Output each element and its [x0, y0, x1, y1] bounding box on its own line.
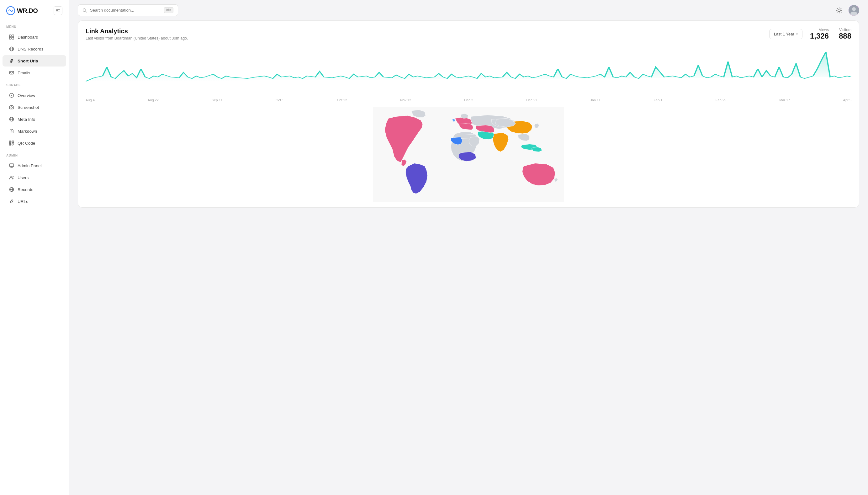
chart-label-0: Aug 4 — [86, 98, 95, 102]
stats-group: Views 1,326 Visitors 888 — [810, 28, 851, 40]
sidebar-item-dns-records[interactable]: DNS Records — [2, 43, 66, 55]
sidebar-item-markdown[interactable]: Markdown — [2, 125, 66, 137]
chart-label-10: Feb 25 — [716, 98, 726, 102]
chart-label-1: Aug 22 — [148, 98, 159, 102]
sidebar-item-qr-code[interactable]: QR Code — [2, 137, 66, 149]
svg-point-34 — [10, 176, 12, 177]
svg-rect-31 — [10, 164, 14, 167]
mail-icon — [9, 70, 14, 75]
avatar[interactable] — [849, 5, 859, 16]
world-map — [86, 107, 851, 202]
avatar-image — [849, 5, 859, 16]
sidebar-item-dashboard-label: Dashboard — [18, 35, 38, 39]
compass-icon — [9, 92, 14, 98]
sidebar-item-emails[interactable]: Emails — [2, 67, 66, 79]
world-map-container — [78, 107, 859, 207]
menu-section-label: MENU — [0, 25, 69, 31]
chart-label-9: Feb 1 — [654, 98, 662, 102]
monitor-icon — [9, 163, 14, 168]
camera-icon — [9, 104, 14, 110]
sidebar-item-short-urls-label: Short Urls — [18, 59, 38, 63]
svg-rect-30 — [13, 144, 14, 146]
svg-rect-4 — [10, 35, 11, 37]
topbar-actions — [834, 5, 859, 16]
svg-rect-11 — [10, 71, 14, 74]
logo-area: WR.DO — [0, 6, 69, 22]
topbar: ⌘K — [69, 0, 868, 20]
sidebar-item-emails-label: Emails — [18, 71, 31, 75]
analytics-card: Link Analytics Last visitor from Boardma… — [78, 20, 859, 208]
chevron-down-icon: ▾ — [796, 32, 798, 36]
sidebar-toggle-button[interactable] — [54, 6, 63, 15]
content-area: Link Analytics Last visitor from Boardma… — [69, 20, 868, 495]
sidebar-item-records-label: Records — [18, 187, 33, 192]
sidebar-item-meta-info-label: Meta Info — [18, 117, 35, 122]
visitors-stat: Visitors 888 — [839, 28, 851, 40]
chart-area: Aug 4 Aug 22 Sep 11 Oct 1 Oct 22 Nov 12 … — [78, 40, 859, 107]
time-selector-button[interactable]: Last 1 Year ▾ — [769, 29, 802, 39]
svg-line-47 — [841, 12, 841, 13]
sidebar: WR.DO MENU Dashboard DNS Records Short U… — [0, 0, 69, 495]
scrape-section-label: SCRAPE — [0, 83, 69, 89]
sidebar-item-admin-panel[interactable]: Admin Panel — [2, 160, 66, 171]
sidebar-item-admin-panel-label: Admin Panel — [18, 164, 42, 168]
qr-code-icon — [9, 140, 14, 146]
logo-text: WR.DO — [17, 7, 38, 14]
analytics-controls: Last 1 Year ▾ Views 1,326 Visitors 888 — [769, 28, 851, 40]
sidebar-item-short-urls[interactable]: Short Urls — [2, 55, 66, 67]
chart-label-12: Apr 5 — [843, 98, 851, 102]
sidebar-item-qr-code-label: QR Code — [18, 141, 35, 146]
chart-labels: Aug 4 Aug 22 Sep 11 Oct 1 Oct 22 Nov 12 … — [86, 97, 851, 107]
views-stat: Views 1,326 — [810, 28, 829, 40]
analytics-title: Link Analytics — [86, 28, 188, 35]
svg-rect-27 — [12, 144, 13, 144]
logo[interactable]: WR.DO — [6, 6, 38, 15]
sidebar-item-dashboard[interactable]: Dashboard — [2, 31, 66, 42]
chart-label-5: Nov 12 — [400, 98, 411, 102]
sidebar-item-overview-label: Overview — [18, 93, 35, 98]
svg-rect-3 — [56, 12, 60, 13]
globe-icon — [9, 46, 14, 52]
sidebar-item-urls[interactable]: URLs — [2, 196, 66, 207]
grid-icon — [9, 34, 14, 40]
sidebar-item-records[interactable]: Records — [2, 184, 66, 195]
sidebar-item-users[interactable]: Users — [2, 172, 66, 183]
sidebar-item-screenshot-label: Screenshot — [18, 105, 39, 110]
theme-toggle-button[interactable] — [834, 5, 844, 15]
search-bar[interactable]: ⌘K — [78, 4, 178, 16]
svg-rect-7 — [12, 37, 14, 39]
sidebar-item-screenshot[interactable]: Screenshot — [2, 102, 66, 113]
logo-icon — [6, 6, 15, 15]
sidebar-item-urls-label: URLs — [18, 199, 28, 204]
sidebar-item-users-label: Users — [18, 175, 29, 180]
svg-point-41 — [838, 9, 840, 12]
sidebar-item-dns-records-label: DNS Records — [18, 47, 44, 51]
main-content: ⌘K Link Analytics Last visitor from Boa — [69, 0, 868, 495]
svg-rect-1 — [56, 9, 60, 10]
search-icon — [83, 8, 87, 13]
records-globe-icon — [9, 187, 14, 192]
svg-line-40 — [86, 11, 87, 12]
svg-line-48 — [837, 12, 837, 13]
chart-label-3: Oct 1 — [276, 98, 284, 102]
sidebar-item-markdown-label: Markdown — [18, 129, 37, 134]
file-text-icon — [9, 128, 14, 134]
svg-rect-26 — [10, 144, 11, 145]
svg-rect-6 — [10, 37, 11, 39]
search-input[interactable] — [90, 8, 161, 13]
link-icon — [9, 58, 14, 64]
sidebar-item-meta-info[interactable]: Meta Info — [2, 114, 66, 125]
views-value: 1,326 — [810, 32, 829, 40]
urls-link-icon — [9, 199, 14, 204]
svg-point-14 — [11, 107, 13, 108]
svg-marker-13 — [11, 95, 12, 96]
analytics-header: Link Analytics Last visitor from Boardma… — [78, 21, 859, 40]
views-label: Views — [810, 28, 829, 32]
sidebar-item-overview[interactable]: Overview — [2, 90, 66, 101]
chart-label-7: Dec 21 — [526, 98, 537, 102]
admin-section-label: ADMIN — [0, 154, 69, 160]
svg-rect-5 — [12, 35, 14, 37]
svg-rect-29 — [12, 144, 13, 146]
chart-label-11: Mar 17 — [779, 98, 790, 102]
visitors-label: Visitors — [839, 28, 851, 32]
